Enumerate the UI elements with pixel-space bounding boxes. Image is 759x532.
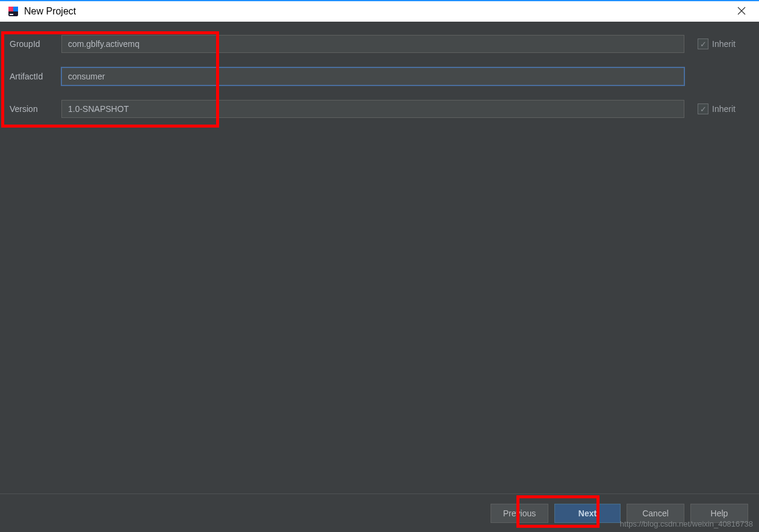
next-button[interactable]: Next xyxy=(554,504,621,523)
footer: Previous Next Cancel Help xyxy=(0,493,759,532)
artifactid-label: ArtifactId xyxy=(10,72,61,81)
version-inherit-checkbox[interactable]: ✓ xyxy=(698,104,708,114)
groupid-input[interactable] xyxy=(61,35,684,53)
groupid-row: GroupId ✓ Inherit xyxy=(10,35,749,53)
svg-rect-3 xyxy=(10,14,13,15)
help-button[interactable]: Help xyxy=(690,504,748,523)
groupid-label: GroupId xyxy=(10,39,61,49)
titlebar-left: New Project xyxy=(7,5,76,17)
groupid-inherit-label: Inherit xyxy=(712,39,736,49)
version-inherit-label: Inherit xyxy=(712,104,736,114)
artifactid-input[interactable] xyxy=(61,67,684,85)
close-icon[interactable] xyxy=(733,3,751,20)
check-icon: ✓ xyxy=(700,40,707,48)
version-row: Version ✓ Inherit xyxy=(10,100,749,118)
groupid-inherit-wrap: ✓ Inherit xyxy=(698,39,749,49)
previous-button[interactable]: Previous xyxy=(491,504,548,523)
version-label: Version xyxy=(10,104,61,114)
version-input[interactable] xyxy=(61,100,684,118)
titlebar: New Project xyxy=(0,0,759,22)
svg-rect-1 xyxy=(8,7,13,11)
cancel-button[interactable]: Cancel xyxy=(627,504,684,523)
artifactid-row: ArtifactId xyxy=(10,67,749,85)
version-inherit-wrap: ✓ Inherit xyxy=(698,104,749,114)
intellij-icon xyxy=(7,5,19,17)
content-area: GroupId ✓ Inherit ArtifactId Version ✓ I… xyxy=(0,22,759,493)
svg-rect-2 xyxy=(13,7,18,11)
check-icon: ✓ xyxy=(700,105,707,113)
window-title: New Project xyxy=(24,6,76,17)
groupid-inherit-checkbox[interactable]: ✓ xyxy=(698,39,708,49)
